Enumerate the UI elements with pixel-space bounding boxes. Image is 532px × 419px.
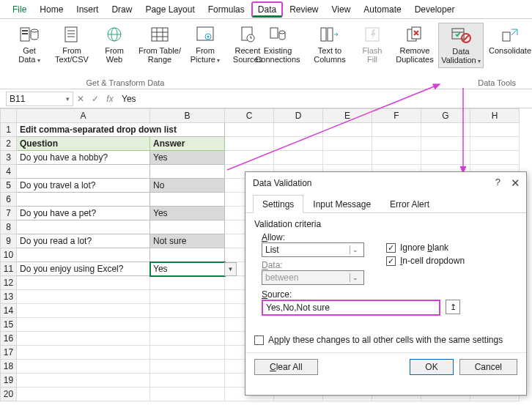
cell-answer[interactable]: No	[150, 179, 225, 193]
col-header[interactable]: C	[225, 109, 274, 123]
from-text-csv-button[interactable]: FromText/CSV	[53, 23, 91, 67]
range-picker-icon[interactable]: ↥	[446, 300, 460, 314]
cell-question[interactable]: Do you have a hobby?	[17, 151, 150, 165]
svg-point-3	[31, 29, 38, 32]
remove-duplicates-button[interactable]: RemoveDuplicates	[396, 23, 434, 68]
tab-review[interactable]: Review	[283, 1, 325, 18]
svg-point-18	[207, 36, 210, 38]
existing-connections-icon	[267, 24, 289, 45]
row-header[interactable]: 3	[1, 151, 17, 165]
tab-formulas[interactable]: Formulas	[202, 1, 251, 18]
ribbon: GetData FromText/CSV FromWeb From Table/…	[0, 19, 532, 89]
tab-draw[interactable]: Draw	[105, 1, 138, 18]
dialog-tab-settings[interactable]: Settings	[253, 195, 303, 213]
dropdown-button-icon[interactable]: ▼	[224, 262, 237, 276]
cell-answer-selected[interactable]: Yes▼	[150, 262, 225, 276]
row-header[interactable]: 18	[1, 360, 17, 374]
group-label-data-tools: Data Tools	[305, 78, 532, 87]
tab-insert[interactable]: Insert	[70, 1, 105, 18]
row-header[interactable]: 9	[1, 234, 17, 248]
data-validation-icon	[450, 25, 472, 45]
row-header[interactable]: 7	[1, 207, 17, 220]
text-to-columns-button[interactable]: Text toColumns	[311, 23, 349, 68]
cell-answer[interactable]: Yes	[150, 151, 225, 165]
svg-rect-11	[152, 28, 168, 41]
col-header[interactable]: G	[421, 109, 470, 123]
data-validation-dialog: Data Validation ? ✕ Settings Input Messa…	[245, 171, 527, 396]
row-header[interactable]: 4	[1, 165, 17, 179]
source-input[interactable]: Yes,No,Not sure	[262, 300, 440, 316]
dialog-tab-input-message[interactable]: Input Message	[303, 195, 380, 213]
cell-answer[interactable]: Not sure	[150, 234, 225, 248]
row-header[interactable]: 2	[1, 137, 17, 151]
col-header[interactable]: D	[274, 109, 323, 123]
text-csv-icon	[61, 24, 83, 45]
row-header[interactable]: 15	[1, 318, 17, 332]
row-header[interactable]: 14	[1, 304, 17, 318]
header-question[interactable]: Question	[17, 137, 150, 151]
row-header[interactable]: 17	[1, 346, 17, 360]
row-header[interactable]: 6	[1, 193, 17, 207]
from-table-range-button[interactable]: From Table/Range	[138, 23, 182, 67]
cell-question[interactable]: Do you enjoy using Excel?	[17, 262, 150, 276]
cell-question[interactable]: Do you read a lot?	[17, 234, 150, 248]
clear-all-button[interactable]: Clear All	[254, 359, 318, 375]
row-header[interactable]: 11	[1, 262, 17, 276]
in-cell-dropdown-checkbox[interactable]: ✓In-cell dropdown	[386, 256, 465, 266]
formula-value[interactable]: Yes	[117, 92, 532, 105]
row-header[interactable]: 10	[1, 248, 17, 262]
row-header[interactable]: 1	[1, 123, 17, 137]
from-web-button[interactable]: FromWeb	[95, 23, 133, 67]
dialog-tab-error-alert[interactable]: Error Alert	[380, 195, 439, 213]
tab-page-layout[interactable]: Page Layout	[138, 1, 201, 18]
cancel-button[interactable]: Cancel	[459, 359, 517, 375]
title-cell[interactable]: Edit comma-separated drop down list	[17, 123, 225, 137]
name-box[interactable]: B11▾	[6, 92, 73, 106]
tab-view[interactable]: View	[325, 1, 358, 18]
col-header[interactable]: F	[372, 109, 421, 123]
get-data-button[interactable]: GetData	[10, 23, 48, 67]
row-header[interactable]: 16	[1, 332, 17, 346]
row-header[interactable]: 20	[1, 388, 17, 401]
web-icon	[103, 24, 125, 45]
tab-automate[interactable]: Automate	[357, 1, 407, 18]
flash-fill-button[interactable]: FlashFill	[353, 23, 391, 68]
svg-rect-32	[503, 32, 510, 41]
help-icon[interactable]: ?	[495, 177, 500, 190]
row-header[interactable]: 19	[1, 374, 17, 388]
tab-data[interactable]: Data	[251, 1, 283, 18]
cell-answer[interactable]: Yes	[150, 207, 225, 220]
consolidate-icon	[499, 24, 521, 45]
ok-button[interactable]: OK	[410, 359, 453, 375]
row-header[interactable]: 13	[1, 290, 17, 304]
row-header[interactable]: 8	[1, 220, 17, 234]
data-validation-button[interactable]: DataValidation	[438, 23, 484, 68]
flash-fill-icon	[361, 24, 383, 45]
existing-connections-button[interactable]: ExistingConnections	[252, 23, 303, 65]
col-header[interactable]: A	[17, 109, 150, 123]
col-header[interactable]: B	[150, 109, 225, 123]
formula-accept-icon[interactable]: ✓	[88, 94, 103, 104]
consolidate-button[interactable]: Consolidate	[488, 23, 532, 68]
tab-file[interactable]: File	[6, 1, 33, 18]
svg-rect-2	[22, 33, 28, 34]
validation-criteria-label: Validation criteria	[254, 219, 517, 229]
select-all-cell[interactable]	[1, 109, 17, 123]
allow-select[interactable]: List⌄	[262, 242, 364, 257]
row-header[interactable]: 5	[1, 179, 17, 193]
col-header[interactable]: E	[323, 109, 372, 123]
col-header[interactable]: H	[470, 109, 520, 123]
ignore-blank-checkbox[interactable]: ✓Ignore blank	[386, 242, 465, 253]
apply-all-checkbox[interactable]: Apply these changes to all other cells w…	[254, 335, 517, 345]
from-picture-button[interactable]: FromPicture	[186, 23, 224, 67]
close-icon[interactable]: ✕	[511, 177, 520, 190]
fx-icon[interactable]: fx	[103, 94, 117, 104]
header-answer[interactable]: Answer	[150, 137, 225, 151]
tab-developer[interactable]: Developer	[408, 1, 462, 18]
formula-cancel-icon[interactable]: ✕	[73, 94, 88, 104]
cell-question[interactable]: Do you have a pet?	[17, 207, 150, 220]
tab-home[interactable]: Home	[33, 1, 70, 18]
svg-rect-1	[22, 30, 28, 31]
cell-question[interactable]: Do you travel a lot?	[17, 179, 150, 193]
row-header[interactable]: 12	[1, 276, 17, 290]
